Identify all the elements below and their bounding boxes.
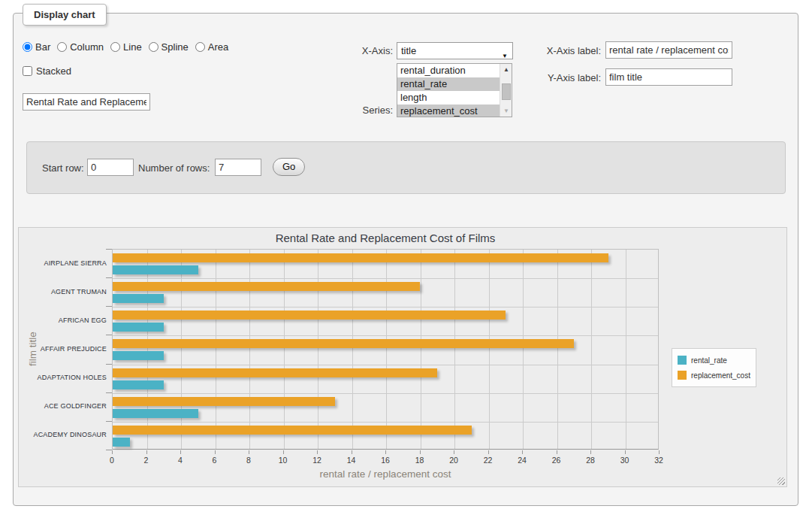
gridline-vertical	[386, 250, 387, 449]
y-axis-label-input[interactable]	[605, 68, 732, 86]
series-option[interactable]: rental_duration	[397, 64, 500, 77]
page: Display chart BarColumnLineSplineArea St…	[0, 0, 812, 512]
rows-panel: Start row: Number of rows: Go	[26, 141, 786, 194]
chart-type-label: Line	[123, 41, 142, 53]
chart-type-label: Spline	[161, 41, 189, 53]
x-tick-label: 2	[131, 456, 161, 465]
gridline-horizontal	[113, 393, 658, 394]
stacked-checkbox-row: Stacked	[23, 65, 71, 77]
category-label: ACE GOLDFINGER	[19, 402, 107, 410]
gridline-vertical	[181, 250, 182, 449]
bar-rental_rate	[113, 323, 164, 332]
bar-rental_rate	[113, 438, 130, 447]
legend-swatch-replacement_cost	[678, 371, 687, 380]
legend-label: rental_rate	[691, 356, 727, 365]
gridline-vertical	[147, 250, 148, 449]
bar-replacement_cost	[113, 282, 420, 291]
bar-rental_rate	[113, 409, 198, 418]
chart-type-radio-spline[interactable]	[149, 42, 158, 52]
x-axis-tick	[283, 450, 284, 454]
y-axis-tick	[106, 450, 112, 450]
gridline-vertical	[626, 250, 626, 449]
scroll-down-icon[interactable]: ▼	[500, 105, 512, 117]
chart-type-radio-group: BarColumnLineSplineArea	[23, 41, 228, 53]
bar-replacement_cost	[113, 426, 472, 435]
gridline-vertical	[284, 250, 285, 449]
x-axis-tick	[215, 450, 216, 454]
chart-resize-handle-icon[interactable]	[777, 477, 785, 485]
chart-container: Rental Rate and Replacement Cost of Film…	[18, 227, 787, 487]
legend-label: replacement_cost	[691, 371, 750, 380]
gridline-vertical	[318, 250, 318, 449]
chart-type-option-column[interactable]: Column	[57, 41, 104, 53]
x-axis-tick	[180, 450, 181, 454]
series-option[interactable]: replacement_cost	[397, 105, 500, 117]
bar-rental_rate	[113, 351, 164, 360]
x-axis-label-input[interactable]	[605, 41, 732, 59]
chart-type-radio-line[interactable]	[110, 42, 120, 52]
chart-type-radio-area[interactable]	[195, 42, 205, 52]
chart-title: Rental Rate and Replacement Cost of Film…	[112, 232, 659, 244]
dropdown-arrow-icon: ▼	[502, 48, 508, 64]
category-label: ADAPTATION HOLES	[19, 374, 107, 381]
x-axis-tick	[352, 450, 352, 454]
series-listbox[interactable]: rental_durationrental_ratelengthreplacem…	[397, 63, 512, 117]
x-tick-label: 26	[542, 456, 572, 465]
chart-type-radio-column[interactable]	[57, 42, 67, 52]
bar-replacement_cost	[113, 253, 608, 262]
series-label: Series:	[331, 105, 393, 116]
x-axis-select[interactable]: title ▼	[397, 42, 513, 59]
number-of-rows-input[interactable]	[215, 159, 261, 176]
chart-type-option-area[interactable]: Area	[195, 41, 228, 53]
start-row-input[interactable]	[87, 159, 134, 176]
chart-type-option-spline[interactable]: Spline	[149, 41, 189, 53]
x-tick-label: 18	[405, 456, 435, 465]
x-axis-tick	[522, 450, 523, 454]
stacked-checkbox[interactable]	[23, 66, 32, 76]
series-option[interactable]: rental_rate	[397, 77, 500, 91]
legend-item: replacement_cost	[678, 368, 750, 383]
series-option[interactable]: length	[397, 91, 500, 105]
x-axis-tick	[385, 450, 386, 454]
bar-rental_rate	[113, 265, 198, 274]
listbox-scrollbar[interactable]: ▲ ▼	[500, 64, 512, 117]
x-tick-label: 24	[507, 456, 537, 465]
scroll-up-icon[interactable]: ▲	[500, 64, 512, 75]
chart-type-option-line[interactable]: Line	[110, 41, 142, 53]
x-axis-tick	[659, 450, 660, 454]
category-label: AFRICAN EGG	[19, 317, 107, 324]
chart-type-label: Bar	[35, 41, 50, 53]
x-axis-tick	[317, 450, 318, 454]
scrollbar-thumb[interactable]	[502, 83, 511, 100]
x-tick-label: 12	[302, 456, 332, 465]
start-row-label: Start row:	[42, 162, 84, 174]
category-label: AGENT TRUMAN	[19, 288, 107, 295]
chart-type-label: Area	[208, 41, 228, 53]
gridline-horizontal	[113, 422, 658, 423]
gridline-vertical	[523, 250, 524, 449]
x-tick-label: 28	[575, 456, 605, 465]
y-axis-tick	[106, 421, 112, 422]
category-label: AFFAIR PREJUDICE	[19, 345, 107, 353]
x-tick-label: 0	[97, 456, 127, 465]
x-tick-label: 20	[439, 456, 469, 465]
gridline-vertical	[454, 250, 455, 449]
gridline-horizontal	[113, 278, 658, 279]
gridline-vertical	[249, 250, 250, 449]
y-axis-tick	[106, 392, 112, 393]
x-tick-label: 16	[370, 456, 400, 465]
bar-replacement_cost	[113, 339, 574, 348]
x-axis-tick	[112, 450, 113, 454]
chart-title-input[interactable]	[23, 93, 150, 111]
x-axis-tick	[590, 450, 591, 454]
go-button[interactable]: Go	[273, 158, 305, 176]
gridline-vertical	[489, 250, 490, 449]
chart-type-radio-bar[interactable]	[23, 42, 32, 52]
x-tick-label: 4	[165, 456, 195, 465]
x-axis-tick	[420, 450, 421, 454]
y-axis-tick	[106, 364, 112, 365]
x-axis-tick	[454, 450, 454, 454]
gridline-vertical	[352, 250, 353, 449]
x-axis-selected-value: title	[401, 45, 416, 56]
chart-type-option-bar[interactable]: Bar	[23, 41, 50, 53]
